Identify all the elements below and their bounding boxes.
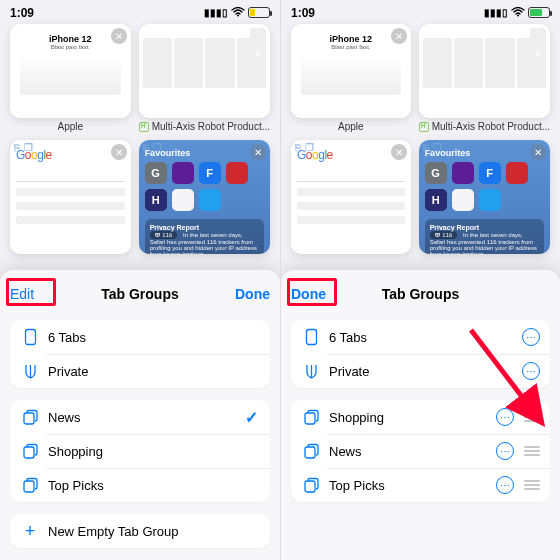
favourite-icon: G [425, 162, 447, 184]
plus-icon: + [20, 521, 40, 542]
close-icon[interactable]: ✕ [250, 28, 266, 78]
close-icon[interactable]: ✕ [111, 144, 127, 160]
tabgroup-icon [301, 443, 321, 460]
wifi-icon [511, 7, 525, 19]
tab-card-startpage[interactable]: ⎘❐ ✕ Favourites G F H Privacy Report ⛨ 1… [419, 140, 550, 270]
signal-icon: ▮▮▮▯ [484, 7, 508, 18]
privacy-report: Privacy Report ⛨ 116 In the last seven d… [425, 219, 544, 254]
tab-card-google[interactable]: ⎘❐ ✕ Google [10, 140, 131, 270]
tab-overview: ✕ iPhone 12 Blast past fast. Apple ✕ Mul… [0, 0, 280, 290]
svg-rect-6 [306, 330, 316, 345]
close-icon[interactable]: ✕ [530, 144, 546, 160]
group-row[interactable]: News ✓ [10, 400, 270, 434]
svg-rect-9 [305, 481, 315, 492]
status-bar: 1:09 ▮▮▮▯ [281, 0, 560, 22]
favicon-icon [419, 122, 429, 132]
close-icon[interactable]: ✕ [391, 144, 407, 160]
svg-rect-2 [24, 413, 34, 424]
privacy-report: Privacy Report ⛨ 116 In the last seven d… [145, 219, 264, 254]
user-groups-list: News ✓ Shopping Top Picks [10, 400, 270, 502]
wifi-icon [231, 7, 245, 19]
more-options-icon[interactable]: ⋯ [522, 328, 540, 346]
user-groups-list: Shopping ⋯ News ⋯ Top Picks ⋯ [291, 400, 550, 502]
done-button[interactable]: Done [235, 286, 270, 302]
default-group-list: 6 Tabs ⋯ Private ⋯ [291, 320, 550, 388]
favourite-icon: H [425, 189, 447, 211]
more-options-icon[interactable]: ⋯ [496, 408, 514, 426]
tab-groups-sheet: Edit Tab Groups Done 6 Tabs Private [0, 270, 280, 560]
favourite-icon [199, 189, 221, 211]
group-row[interactable]: Shopping [10, 434, 270, 468]
tabgroup-icon [20, 477, 40, 494]
tab-card-apple[interactable]: ✕ iPhone 12 Blast past fast. Apple [10, 24, 131, 134]
sidebar-icon: ⎘ [143, 142, 149, 153]
favourite-icon [452, 162, 474, 184]
sidebar-icon: ⎘ [295, 142, 301, 153]
svg-rect-1 [25, 330, 35, 345]
tabgroup-icon [301, 477, 321, 494]
close-icon[interactable]: ✕ [530, 28, 546, 78]
more-options-icon[interactable]: ⋯ [496, 442, 514, 460]
checkmark-icon: ✓ [245, 408, 258, 427]
private-row[interactable]: Private [10, 354, 270, 388]
phone-right: 1:09 ▮▮▮▯ ✕ iPhone 12 Blast past fast. A… [280, 0, 560, 560]
svg-rect-4 [24, 481, 34, 492]
tabs-row[interactable]: 6 Tabs ⋯ [291, 320, 550, 354]
group-row[interactable]: News ⋯ [291, 434, 550, 468]
more-options-icon[interactable]: ⋯ [496, 476, 514, 494]
tabs-icon: ❐ [305, 142, 314, 153]
tab-card-robot[interactable]: ✕ Multi-Axis Robot Product... [139, 24, 270, 134]
edit-button[interactable]: Edit [10, 286, 34, 302]
svg-point-5 [517, 14, 519, 16]
drag-handle-icon[interactable] [524, 446, 540, 456]
status-indicators: ▮▮▮▯ [484, 7, 550, 19]
new-tab-group-button[interactable]: + New Empty Tab Group [10, 514, 270, 548]
tabs-row[interactable]: 6 Tabs [10, 320, 270, 354]
favourite-icon [172, 162, 194, 184]
tabs-icon: ❐ [153, 142, 162, 153]
tabgroup-icon [20, 443, 40, 460]
drag-handle-icon[interactable] [524, 480, 540, 490]
private-row[interactable]: Private ⋯ [291, 354, 550, 388]
favourite-icon: G [145, 162, 167, 184]
svg-rect-3 [24, 447, 34, 458]
close-icon[interactable]: ✕ [391, 28, 407, 44]
group-row[interactable]: Top Picks [10, 468, 270, 502]
tab-label: Multi-Axis Robot Product... [419, 121, 550, 132]
signal-icon: ▮▮▮▯ [204, 7, 228, 18]
group-row[interactable]: Top Picks ⋯ [291, 468, 550, 502]
tab-card-robot[interactable]: ✕ Multi-Axis Robot Product... [419, 24, 550, 134]
close-icon[interactable]: ✕ [250, 144, 266, 160]
drag-handle-icon[interactable] [524, 412, 540, 422]
tab-groups-sheet: Done Tab Groups 6 Tabs ⋯ Private ⋯ [281, 270, 560, 560]
close-icon[interactable]: ✕ [111, 28, 127, 44]
sidebar-icon: ⎘ [14, 142, 20, 153]
favicon-icon [139, 122, 149, 132]
svg-rect-8 [305, 447, 315, 458]
favourite-icon [506, 162, 528, 184]
status-indicators: ▮▮▮▯ [204, 7, 270, 19]
more-options-icon[interactable]: ⋯ [522, 362, 540, 380]
tab-label: Apple [58, 121, 84, 132]
favourite-icon: F [199, 162, 221, 184]
private-icon [20, 363, 40, 380]
sheet-title: Tab Groups [10, 286, 270, 302]
tab-card-startpage[interactable]: ⎘❐ ✕ Favourites G F H Privacy Report ⛨ 1… [139, 140, 270, 270]
done-button[interactable]: Done [291, 286, 326, 302]
status-bar: 1:09 ▮▮▮▯ [0, 0, 280, 22]
tabs-icon [20, 328, 40, 346]
tabgroup-icon [301, 409, 321, 426]
tab-label: Multi-Axis Robot Product... [139, 121, 270, 132]
favourite-icon [479, 189, 501, 211]
svg-rect-7 [305, 413, 315, 424]
favourite-icon [452, 189, 474, 211]
battery-icon [528, 7, 550, 18]
tab-card-google[interactable]: ⎘❐ ✕ Google [291, 140, 411, 270]
group-row[interactable]: Shopping ⋯ [291, 400, 550, 434]
tab-label: Apple [338, 121, 364, 132]
favourite-icon: F [479, 162, 501, 184]
favourite-icon [172, 189, 194, 211]
favourite-icon: H [145, 189, 167, 211]
new-group-list: + New Empty Tab Group [10, 514, 270, 548]
tab-card-apple[interactable]: ✕ iPhone 12 Blast past fast. Apple [291, 24, 411, 134]
